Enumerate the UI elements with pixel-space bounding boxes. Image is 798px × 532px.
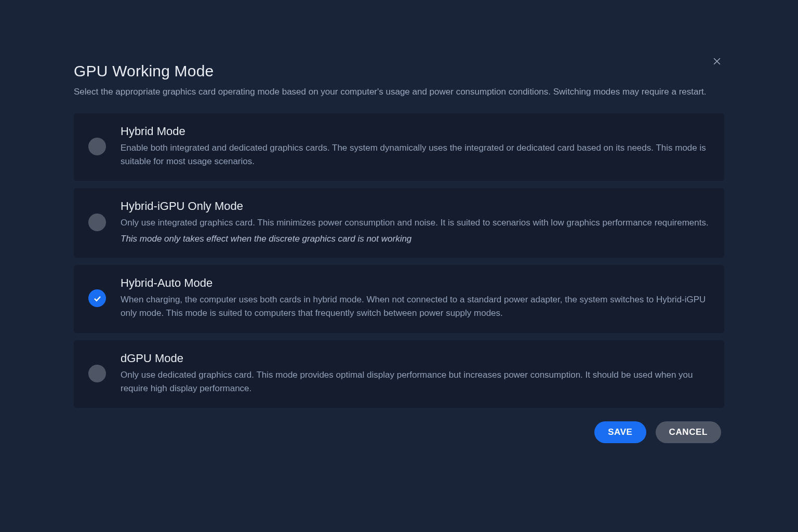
radio-hybrid-auto[interactable] <box>88 289 106 307</box>
gpu-mode-dialog: GPU Working Mode Select the appropriate … <box>61 47 737 459</box>
close-button[interactable] <box>710 54 724 69</box>
radio-hybrid-igpu[interactable] <box>88 214 106 231</box>
option-desc: When charging, the computer uses both ca… <box>121 293 710 321</box>
close-icon <box>712 56 722 66</box>
option-hybrid[interactable]: Hybrid Mode Enable both integrated and d… <box>74 113 724 181</box>
dialog-title: GPU Working Mode <box>74 62 724 80</box>
option-title: Hybrid-iGPU Only Mode <box>121 200 710 213</box>
option-dgpu[interactable]: dGPU Mode Only use dedicated graphics ca… <box>74 340 724 408</box>
check-icon <box>92 294 102 303</box>
option-content: Hybrid-Auto Mode When charging, the comp… <box>121 276 710 321</box>
cancel-button[interactable]: CANCEL <box>656 421 721 443</box>
option-hybrid-igpu[interactable]: Hybrid-iGPU Only Mode Only use integrate… <box>74 188 724 258</box>
dialog-footer: SAVE CANCEL <box>74 421 724 443</box>
option-desc: Only use integrated graphics card. This … <box>121 216 710 230</box>
save-button[interactable]: SAVE <box>594 421 646 443</box>
option-title: dGPU Mode <box>121 352 710 365</box>
options-list: Hybrid Mode Enable both integrated and d… <box>74 113 724 408</box>
option-desc: Enable both integrated and dedicated gra… <box>121 141 710 169</box>
option-content: Hybrid Mode Enable both integrated and d… <box>121 125 710 169</box>
radio-hybrid[interactable] <box>88 138 106 155</box>
option-desc: Only use dedicated graphics card. This m… <box>121 368 710 396</box>
option-hybrid-auto[interactable]: Hybrid-Auto Mode When charging, the comp… <box>74 265 724 333</box>
option-content: Hybrid-iGPU Only Mode Only use integrate… <box>121 200 710 245</box>
option-note: This mode only takes effect when the dis… <box>121 232 710 246</box>
dialog-subtitle: Select the appropriate graphics card ope… <box>74 85 724 99</box>
radio-dgpu[interactable] <box>88 365 106 382</box>
option-title: Hybrid-Auto Mode <box>121 276 710 290</box>
option-title: Hybrid Mode <box>121 125 710 138</box>
option-content: dGPU Mode Only use dedicated graphics ca… <box>121 352 710 396</box>
